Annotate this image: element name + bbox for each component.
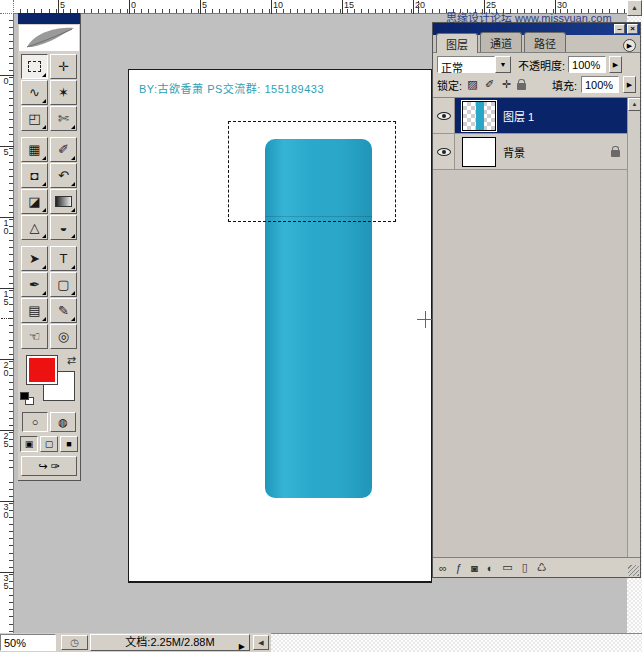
h-ruler-major-tick [200,0,201,14]
lasso-icon: ∿ [29,85,40,100]
blend-mode-select[interactable]: 正常 ▼ [437,56,511,73]
notes-tool[interactable]: ▤ [21,298,48,323]
layer-thumbnail[interactable] [462,101,496,131]
tool-group-gap [20,131,78,136]
dodge-tool[interactable]: ◒ [50,215,77,240]
zoom-icon: ◎ [58,329,69,344]
adjustment-layer-icon[interactable]: ◐ [487,562,494,574]
blend-dropdown-icon[interactable]: ▼ [495,56,511,73]
scroll-left-button[interactable]: ◀ [253,635,269,650]
layer-row[interactable]: 背景 [433,134,640,170]
link-layers-icon[interactable]: ∞ [439,562,447,574]
default-colors-icon[interactable] [20,392,36,406]
opacity-slider-icon[interactable]: ▶ [609,56,622,73]
layer-name[interactable]: 背景 [503,144,611,160]
tab-通道[interactable]: 通道 [480,32,522,52]
document-size-text: 文档:2.25M/2.88M [125,636,214,648]
pen-tool[interactable]: ✒ [21,272,48,297]
zoom-level-field[interactable]: 50% [0,634,56,651]
new-layer-icon[interactable]: ▯ [522,561,528,574]
magic-wand-tool[interactable]: ✶ [50,80,77,105]
h-ruler-label: 20 [415,0,425,10]
hand-tool[interactable]: ☜ [21,324,48,349]
close-button[interactable]: × [627,24,638,34]
history-brush-tool[interactable]: ↶ [50,163,77,188]
eyedropper-tool[interactable]: ✎ [50,298,77,323]
clone-stamp-tool[interactable]: ◘ [21,163,48,188]
gradient-tool[interactable] [50,189,77,214]
lasso-tool[interactable]: ∿ [21,80,48,105]
status-popup-arrow-icon[interactable]: ▶ [239,639,245,652]
layer-style-icon[interactable]: ƒ [456,562,462,574]
crop-tool[interactable]: ◰ [21,106,48,131]
jump-arrow-icon: ↪ [38,460,47,473]
layer-mask-icon[interactable]: ◙ [471,562,478,574]
opacity-value[interactable]: 100% [568,56,606,73]
scroll-up-button[interactable]: ▲ [627,0,642,16]
type-icon: T [60,251,68,266]
tool-palette: ✛∿✶◰✄▦✐◘↶◪△◒➤T✒▢▤✎☜◎ ⇄ ○◍ ▣▢■ ↪✑ [18,13,81,481]
magic-wand-icon: ✶ [58,85,69,100]
new-group-icon[interactable]: ▭ [502,561,512,574]
foreground-color-swatch[interactable] [27,356,57,384]
lock-image-icon[interactable]: ✐ [483,78,496,91]
h-ruler-label: 5 [202,0,207,10]
layer-row[interactable]: 图层 1 [433,98,640,134]
tab-路径[interactable]: 路径 [524,32,566,52]
pen-icon: ✒ [29,277,40,292]
slice-tool[interactable]: ✄ [50,106,77,131]
visibility-toggle[interactable] [433,98,455,133]
tab-图层[interactable]: 图层 [436,33,478,53]
lock-position-icon[interactable]: ✛ [500,78,513,91]
h-ruler-major-tick [129,0,130,14]
quick-mask-mode-button[interactable]: ◍ [50,412,76,432]
fill-value[interactable]: 100% [581,76,619,93]
standard-screen-button[interactable]: ▣ [20,436,38,452]
blend-mode-value[interactable]: 正常 [437,56,495,73]
ruler-cursor-marker-x [418,1,419,13]
h-ruler-label: 0 [131,0,136,10]
fill-slider-icon[interactable]: ▶ [623,76,636,93]
v-ruler-ticks [9,14,13,633]
delete-layer-icon[interactable]: ♺ [537,561,547,574]
tool-palette-titlebar[interactable] [18,13,80,24]
tool-group-gap [20,240,78,245]
lock-all-icon[interactable] [517,83,526,90]
brush-icon: ✐ [58,142,69,157]
standard-mode-button[interactable]: ○ [22,412,48,432]
shape-tool[interactable]: ▢ [50,272,77,297]
swap-colors-icon[interactable]: ⇄ [67,354,76,367]
layers-scrollbar[interactable]: ▲ [627,98,640,557]
document-canvas[interactable]: BY:古欲香萧 PS交流群: 155189433 [128,69,433,583]
jump-to-imageready-button[interactable]: ↪✑ [21,456,77,476]
clone-stamp-icon: ◘ [31,168,39,183]
lock-icons: ▨✐✛ [466,78,532,91]
layer-thumbnail[interactable] [462,137,496,167]
healing-brush-tool[interactable]: ▦ [21,137,48,162]
healing-brush-icon: ▦ [28,142,40,157]
fullscreen-menu-button[interactable]: ▢ [40,436,58,452]
selection-marquee [228,121,396,222]
page-preview-icon[interactable]: ◷ [61,635,88,650]
brush-tool[interactable]: ✐ [50,137,77,162]
horizontal-scrollbar-track[interactable] [271,633,642,652]
blur-tool[interactable]: △ [21,215,48,240]
layer-name[interactable]: 图层 1 [503,108,626,124]
layers-scroll-up-icon[interactable]: ▲ [628,98,640,111]
path-selection-tool[interactable]: ➤ [21,246,48,271]
fullscreen-black-button[interactable]: ■ [60,436,78,452]
lock-transparency-icon[interactable]: ▨ [466,78,479,91]
panel-resize-grip[interactable] [628,565,639,576]
tools-grid: ✛∿✶◰✄▦✐◘↶◪△◒➤T✒▢▤✎☜◎ [18,52,80,350]
type-tool[interactable]: T [50,246,77,271]
panel-menu-icon[interactable]: ▶ [623,39,636,52]
visibility-toggle[interactable] [433,134,455,169]
eraser-tool[interactable]: ◪ [21,189,48,214]
status-bar: 50% ◷ 文档:2.25M/2.88M ▶ ◀ [0,633,642,652]
move-tool[interactable]: ✛ [50,54,77,79]
eyedropper-icon: ✎ [58,303,69,318]
rectangular-marquee-tool[interactable] [21,54,48,79]
minimize-button[interactable]: – [614,24,625,34]
notes-icon: ▤ [28,303,40,318]
zoom-tool[interactable]: ◎ [50,324,77,349]
